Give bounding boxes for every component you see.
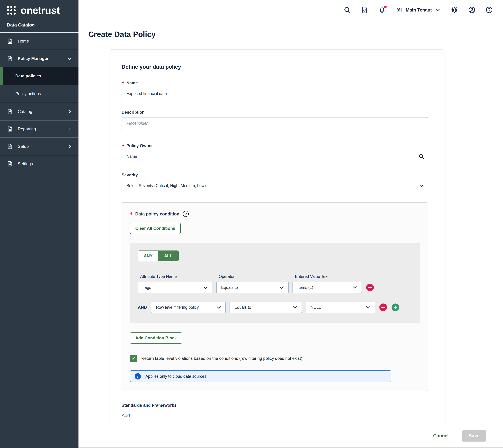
main-content: Create Data Policy Define your data poli… — [79, 21, 503, 424]
policy-owner-field-group: ✱ Policy Owner — [122, 143, 428, 162]
condition-row: AND Row level filtering policy Equals to… — [138, 302, 412, 313]
document-icon — [7, 144, 13, 149]
action-footer: Cancel Save — [79, 425, 503, 447]
checkbox-label: Return table-level violations based on t… — [141, 356, 302, 361]
toggle-any[interactable]: ANY — [138, 251, 158, 261]
chevron-down-icon — [203, 285, 208, 290]
sidebar-item-label: Setup — [18, 144, 67, 149]
sidebar-item-settings[interactable]: Settings — [0, 155, 79, 172]
condition-label: Data policy condition — [135, 211, 180, 217]
page-title: Create Data Policy — [88, 30, 503, 39]
conjunction-label: AND — [138, 305, 149, 310]
search-icon[interactable] — [344, 6, 351, 14]
chevron-right-icon — [67, 144, 72, 149]
sidebar-item-label: Settings — [18, 161, 72, 166]
sidebar-item-policy-actions[interactable]: Policy actions — [0, 85, 79, 103]
clear-all-conditions-button[interactable]: Clear All Conditions — [130, 223, 181, 234]
cancel-button[interactable]: Cancel — [433, 433, 449, 439]
toggle-all[interactable]: ALL — [158, 251, 178, 261]
tenant-users-icon — [396, 6, 403, 14]
chevron-down-icon — [67, 56, 72, 61]
app-grid-icon[interactable] — [7, 6, 16, 15]
document-icon — [7, 38, 13, 44]
document-icon — [7, 56, 13, 62]
settings-gear-icon[interactable] — [451, 6, 458, 14]
help-icon[interactable]: ? — [183, 211, 189, 217]
document-icon — [7, 109, 13, 114]
tenant-switcher[interactable]: Main Tenant — [396, 6, 441, 14]
sidebar-item-home[interactable]: Home — [0, 32, 79, 50]
sidebar-item-policy-manager[interactable]: Policy Manager — [0, 50, 79, 67]
remove-condition-button[interactable] — [379, 304, 387, 311]
chevron-down-icon — [419, 183, 424, 189]
bottom-edge — [79, 447, 503, 448]
remove-condition-button[interactable] — [366, 284, 374, 291]
sidebar-item-reporting[interactable]: Reporting — [0, 120, 79, 138]
description-input[interactable] — [122, 117, 428, 132]
brand-wordmark: onetrust — [21, 5, 60, 15]
severity-label: Severity — [122, 173, 138, 177]
standards-frameworks-label: Standards and Frameworks — [122, 403, 428, 408]
name-label: Name — [126, 80, 138, 85]
sidebar-item-label: Reporting — [18, 127, 67, 131]
sidebar-item-setup[interactable]: Setup — [0, 138, 79, 155]
brand-logo: onetrust — [0, 0, 79, 19]
sidebar-item-data-policies[interactable]: Data policies — [0, 67, 79, 85]
notification-badge — [384, 6, 387, 8]
value-select[interactable]: NULL — [306, 302, 375, 313]
chevron-down-icon — [435, 7, 441, 13]
document-icon — [7, 161, 13, 167]
sidebar-item-label: Data policies — [15, 74, 72, 79]
tenant-label: Main Tenant — [406, 7, 432, 13]
column-header-attribute: Attribute Type Name — [138, 274, 212, 279]
table-level-violations-checkbox-row[interactable]: Return table-level violations based on t… — [130, 355, 420, 362]
info-icon: i — [135, 373, 141, 380]
attribute-select[interactable]: Row level filtering policy — [151, 302, 226, 313]
attribute-select[interactable]: Tags — [138, 282, 212, 293]
notifications-bell-icon[interactable] — [378, 6, 386, 14]
value-select[interactable]: Items (1) — [292, 282, 362, 293]
severity-field-group: Severity Select Severity (Critical, High… — [122, 173, 428, 192]
operator-select[interactable]: Equals to — [230, 302, 302, 313]
sidebar-item-label: Home — [18, 39, 72, 44]
chevron-down-icon — [365, 304, 371, 310]
product-label: Data Catalog — [0, 19, 79, 32]
policy-owner-label: Policy Owner — [126, 143, 153, 148]
add-condition-button[interactable] — [392, 304, 399, 311]
chevron-down-icon — [352, 285, 358, 290]
sidebar-item-label: Policy actions — [15, 91, 72, 96]
required-asterisk: ✱ — [122, 144, 125, 147]
operator-select[interactable]: Equals to — [216, 282, 289, 293]
condition-section: ✱ Data policy condition ? Clear All Cond… — [122, 202, 428, 391]
sidebar-item-catalog[interactable]: Catalog — [0, 103, 79, 120]
column-header-value: Entered Value Text — [292, 274, 362, 279]
checkbox-checked[interactable] — [130, 355, 137, 362]
policy-owner-input[interactable] — [122, 151, 428, 162]
standards-add-link[interactable]: Add — [122, 413, 130, 418]
info-banner: i Applies only to cloud data sources — [130, 370, 391, 382]
top-header: Main Tenant — [79, 0, 503, 20]
account-icon[interactable] — [468, 6, 475, 14]
search-icon — [419, 153, 424, 159]
checkmark-icon — [131, 356, 136, 361]
add-condition-block-button[interactable]: Add Condition Block — [130, 332, 182, 344]
severity-select[interactable]: Select Severity (Critical, High, Medium,… — [122, 180, 428, 192]
sidebar-item-label: Policy Manager — [18, 56, 67, 61]
name-input[interactable] — [122, 88, 428, 99]
create-policy-card: Define your data policy ✱ Name Descripti… — [110, 49, 444, 424]
save-button[interactable]: Save — [462, 430, 486, 442]
chevron-right-icon — [67, 109, 72, 114]
condition-block: ANY ALL Attribute Type Name Operator Ent… — [130, 243, 420, 323]
chevron-right-icon — [67, 126, 72, 132]
info-banner-text: Applies only to cloud data sources — [146, 374, 206, 379]
document-check-icon[interactable] — [361, 6, 368, 14]
condition-row: Tags Equals to Items (1) — [138, 282, 412, 293]
section-title: Define your data policy — [122, 64, 428, 70]
description-field-group: Description — [122, 110, 428, 133]
chevron-down-icon — [216, 304, 221, 310]
severity-value: Select Severity (Critical, High, Medium,… — [126, 183, 206, 188]
sidebar: onetrust Data Catalog Home Policy Manage… — [0, 0, 79, 448]
help-icon[interactable] — [486, 6, 493, 14]
column-header-operator: Operator — [216, 274, 289, 279]
description-label: Description — [122, 110, 145, 115]
